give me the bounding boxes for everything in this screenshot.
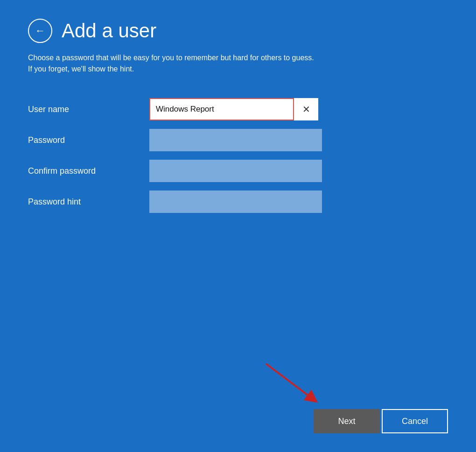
back-button[interactable]: ← [28, 19, 52, 43]
next-button[interactable]: Next [314, 409, 380, 433]
cancel-button[interactable]: Cancel [382, 409, 448, 433]
form-container: User name ✕ Password Confirm password [28, 98, 448, 221]
page-container: ← Add a user Choose a password that will… [0, 0, 476, 452]
password-label: Password [28, 135, 149, 145]
clear-icon: ✕ [302, 104, 310, 115]
clear-button[interactable]: ✕ [294, 98, 318, 120]
page-title: Add a user [62, 20, 156, 42]
password-hint-label: Password hint [28, 197, 149, 207]
username-label: User name [28, 105, 149, 114]
username-input-wrapper: ✕ [149, 98, 318, 120]
confirm-password-row: Confirm password [28, 160, 448, 182]
back-icon: ← [35, 25, 45, 37]
password-row: Password [28, 129, 448, 151]
password-hint-input[interactable] [149, 191, 322, 213]
username-row: User name ✕ [28, 98, 448, 120]
password-input[interactable] [149, 129, 322, 151]
username-input[interactable] [149, 98, 294, 120]
bottom-buttons: Next Cancel [314, 409, 448, 433]
password-input-wrapper [149, 129, 322, 151]
confirm-password-input-wrapper [149, 160, 322, 182]
subtitle: Choose a password that will be easy for … [28, 52, 425, 75]
header: ← Add a user [28, 19, 448, 43]
password-hint-input-wrapper [149, 191, 322, 213]
confirm-password-label: Confirm password [28, 166, 149, 176]
password-hint-row: Password hint [28, 191, 448, 213]
confirm-password-input[interactable] [149, 160, 322, 182]
